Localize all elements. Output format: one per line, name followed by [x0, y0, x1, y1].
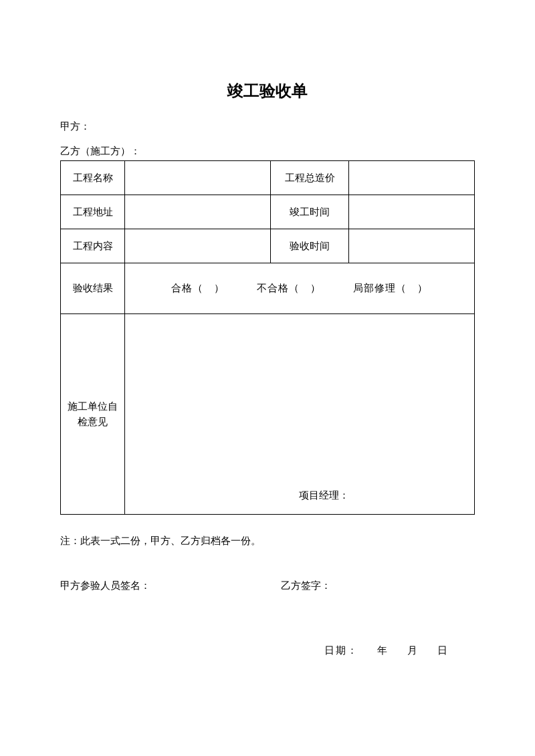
acceptance-time-value [349, 229, 475, 263]
self-inspection-label: 施工单位自 检意见 [61, 314, 125, 515]
project-content-label: 工程内容 [61, 229, 125, 263]
completion-time-value [349, 195, 475, 229]
date-label: 日期： [324, 645, 358, 656]
project-address-label: 工程地址 [61, 195, 125, 229]
project-name-label: 工程名称 [61, 161, 125, 195]
table-row: 验收结果 合格（ ） 不合格（ ） 局部修理（ ） [61, 263, 475, 314]
party-a-signature-label: 甲方参验人员签名： [60, 580, 281, 592]
table-row: 工程名称 工程总造价 [61, 161, 475, 195]
table-row: 工程地址 竣工时间 [61, 195, 475, 229]
self-inspection-content: 项目经理： [125, 314, 475, 515]
table-row: 工程内容 验收时间 [61, 229, 475, 263]
acceptance-result-label: 验收结果 [61, 263, 125, 314]
acceptance-table: 工程名称 工程总造价 工程地址 竣工时间 工程内容 验收时间 验收结果 合格（ … [60, 160, 475, 515]
date-month: 月 [407, 645, 419, 656]
party-a-label: 甲方： [60, 120, 475, 133]
project-manager-label: 项目经理： [299, 489, 349, 502]
party-b-signature-label: 乙方签字： [281, 580, 331, 592]
acceptance-time-label: 验收时间 [271, 229, 349, 263]
acceptance-result-options: 合格（ ） 不合格（ ） 局部修理（ ） [125, 263, 475, 314]
document-title: 竣工验收单 [60, 80, 475, 102]
signature-row: 甲方参验人员签名： 乙方签字： [60, 580, 475, 592]
project-content-value [125, 229, 271, 263]
party-b-label: 乙方（施工方）： [60, 145, 475, 158]
date-year: 年 [377, 645, 389, 656]
total-cost-label: 工程总造价 [271, 161, 349, 195]
date-day: 日 [437, 645, 449, 656]
form-note: 注：此表一式二份，甲方、乙方归档各一份。 [60, 535, 475, 547]
project-name-value [125, 161, 271, 195]
date-row: 日期：年月日 [60, 644, 475, 657]
project-address-value [125, 195, 271, 229]
total-cost-value [349, 161, 475, 195]
completion-time-label: 竣工时间 [271, 195, 349, 229]
table-row: 施工单位自 检意见 项目经理： [61, 314, 475, 515]
